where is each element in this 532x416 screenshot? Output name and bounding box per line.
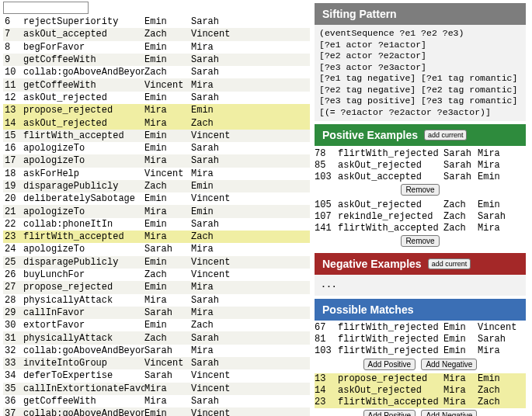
add-negative-button[interactable]: Add Negative [421, 410, 477, 417]
event-name: askOut_rejected [23, 118, 144, 129]
event-row[interactable]: 34deferToExpertiseSarahVincent [3, 369, 310, 382]
event-idx: 30 [3, 320, 23, 331]
event-row[interactable]: 31physicallyAttackZachSarah [3, 331, 310, 344]
example-row[interactable]: 103askOut_acceptedSarahEmin [315, 171, 526, 182]
event-row[interactable]: 33inviteIntoGroupVincentSarah [3, 357, 310, 369]
ex-a1: Mira [443, 385, 478, 396]
example-row[interactable]: 67flirtWith_rejectedEminVincent [315, 322, 526, 334]
event-idx: 13 [3, 105, 23, 116]
negative-body: ... [315, 275, 526, 296]
event-a2: Vincent [191, 383, 238, 394]
event-row[interactable]: 30extortFavorEminZach [3, 319, 310, 331]
event-a1: Vincent [144, 168, 191, 179]
event-row[interactable]: 9getCoffeeWithEminSarah [3, 54, 310, 66]
event-name: collab:goAboveAndBeyond [23, 67, 144, 78]
example-row[interactable]: 105askOut_rejectedZachEmin [315, 199, 526, 210]
remove-button[interactable]: Remove [401, 235, 439, 247]
event-a2: Vincent [191, 29, 238, 40]
event-name: apologizeTo [23, 155, 144, 166]
event-row[interactable]: 12askOut_rejectedEminSarah [3, 92, 310, 104]
ex-a2: Mira [478, 345, 518, 356]
event-a2: Sarah [191, 295, 238, 306]
event-row[interactable]: 20deliberatelySabotageEminVincent [3, 192, 310, 205]
event-a2: Sarah [191, 16, 238, 27]
event-row[interactable]: 16apologizeToEminSarah [3, 142, 310, 154]
event-a1: Zach [144, 29, 191, 40]
example-row[interactable]: 141flirtWith_acceptedZachMira [315, 222, 526, 234]
event-a1: Emin [144, 320, 191, 331]
event-idx: 21 [3, 206, 23, 217]
event-row[interactable]: 7askOut_acceptedZachVincent [3, 28, 310, 40]
ex-evt: askOut_rejected [338, 160, 443, 171]
negative-panel: Negative Examples add current ... [315, 253, 526, 296]
event-row[interactable]: 17apologizeToMiraSarah [3, 154, 310, 167]
event-row[interactable]: 35callInExtortionateFavorMiraVincent [3, 383, 310, 395]
event-row[interactable]: 25disparagePubliclyEminVincent [3, 256, 310, 269]
add-positive-button[interactable]: Add Positive [363, 410, 416, 417]
event-idx: 22 [3, 219, 23, 230]
example-row[interactable]: 14askOut_rejectedMiraZach [315, 385, 526, 397]
event-row[interactable]: 36getCoffeeWithMiraSarah [3, 395, 310, 407]
event-row[interactable]: 28physicallyAttackMiraSarah [3, 294, 310, 307]
event-row[interactable]: 8begForFavorEminMira [3, 41, 310, 54]
example-row[interactable]: 23flirtWith_acceptedMiraZach [315, 397, 526, 408]
event-a2: Vincent [191, 408, 238, 416]
negative-add-button[interactable]: add current [428, 258, 471, 269]
event-row[interactable]: 24apologizeToSarahMira [3, 243, 310, 255]
event-row[interactable]: 32collab:goAboveAndBeyondSarahMira [3, 345, 310, 357]
event-row[interactable]: 18askForHelpVincentMira [3, 168, 310, 180]
event-row[interactable]: 22collab:phoneItInEminSarah [3, 218, 310, 231]
event-a1: Mira [144, 105, 191, 116]
example-row[interactable]: 107rekindle_rejectedZachSarah [315, 210, 526, 222]
event-a2: Sarah [191, 396, 238, 407]
event-name: deferToExpertise [23, 370, 144, 381]
event-row[interactable]: 11getCoffeeWithVincentMira [3, 78, 310, 91]
event-name: callInExtortionateFavor [23, 383, 144, 394]
example-row[interactable]: 85askOut_rejectedSarahMira [315, 159, 526, 171]
positive-add-button[interactable]: add current [424, 130, 468, 140]
event-a2: Sarah [191, 358, 238, 369]
event-row[interactable]: 13propose_rejectedMiraEmin [3, 104, 310, 116]
ex-a2: Mira [478, 148, 518, 159]
event-row[interactable]: 23flirtWith_acceptedMiraZach [3, 231, 310, 243]
event-row[interactable]: 6rejectSuperiorityEminSarah [3, 16, 310, 28]
event-row[interactable]: 27propose_rejectedEminMira [3, 281, 310, 293]
event-a1: Emin [144, 257, 191, 268]
ex-idx: 23 [315, 397, 338, 407]
event-a1: Emin [144, 54, 191, 65]
event-row[interactable]: 19disparagePubliclyZachEmin [3, 180, 310, 192]
search-input[interactable] [3, 2, 89, 14]
ex-evt: flirtWith_rejected [338, 322, 443, 333]
positive-title: Positive Examples [322, 129, 418, 141]
example-row[interactable]: 13propose_rejectedMiraEmin [315, 373, 526, 385]
example-row[interactable]: 78flirtWith_rejectedSarahMira [315, 147, 526, 159]
event-row[interactable]: 15flirtWith_acceptedEminVincent [3, 130, 310, 142]
event-row[interactable]: 10collab:goAboveAndBeyondZachSarah [3, 66, 310, 78]
example-row[interactable]: 103flirtWith_rejectedEminMira [315, 345, 526, 357]
event-name: collab:goAboveAndBeyond [23, 345, 144, 356]
add-negative-button[interactable]: Add Negative [421, 359, 477, 370]
event-name: apologizeTo [23, 244, 144, 255]
ex-a2: Emin [478, 199, 518, 210]
ex-idx: 81 [315, 334, 338, 345]
event-name: askForHelp [23, 168, 144, 179]
ex-a2: Zach [478, 385, 518, 396]
event-row[interactable]: 37collab:goAboveAndBeyondEminVincent [3, 407, 310, 416]
event-idx: 12 [3, 92, 23, 103]
add-positive-button[interactable]: Add Positive [363, 359, 416, 370]
remove-button[interactable]: Remove [401, 184, 439, 196]
example-row[interactable]: 81flirtWith_rejectedEminSarah [315, 334, 526, 345]
event-idx: 19 [3, 181, 23, 192]
ex-evt: flirtWith_rejected [338, 345, 443, 356]
ex-a2: Zach [478, 397, 518, 407]
event-row[interactable]: 14askOut_rejectedMiraZach [3, 116, 310, 129]
event-row[interactable]: 29callInFavorSarahMira [3, 307, 310, 319]
event-idx: 23 [3, 231, 23, 242]
event-a1: Zach [144, 333, 191, 344]
event-idx: 20 [3, 193, 23, 204]
event-row[interactable]: 21apologizeToMiraEmin [3, 205, 310, 217]
event-row[interactable]: 26buyLunchForZachVincent [3, 269, 310, 281]
ex-evt: propose_rejected [338, 373, 443, 384]
possible-head: Possible Matches [315, 299, 526, 321]
event-idx: 24 [3, 244, 23, 255]
